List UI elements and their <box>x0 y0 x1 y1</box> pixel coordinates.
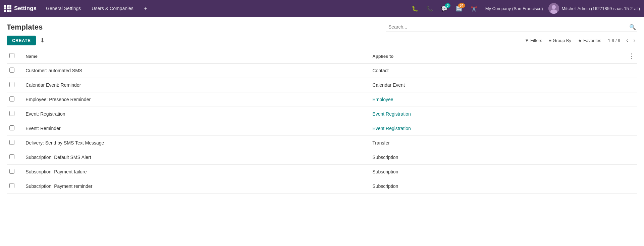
filters-button[interactable]: ▼ Filters <box>522 37 545 44</box>
row-checkbox[interactable] <box>9 169 14 174</box>
user-avatar[interactable] <box>548 3 559 14</box>
row-name: Employee: Presence Reminder <box>23 92 370 107</box>
table-container: Name Applies to ⋮ Customer: automated SM… <box>0 49 644 194</box>
toolbar-right: ▼ Filters ≡ Group By ★ Favorites 1-9 / 9… <box>522 37 637 44</box>
row-name: Subscription: Default SMS Alert <box>23 150 370 165</box>
company-info: My Company (San Francisco) <box>483 6 546 11</box>
row-checkbox[interactable] <box>9 154 14 159</box>
nav-users-companies[interactable]: Users & Companies <box>88 4 138 13</box>
row-checkbox[interactable] <box>9 68 14 73</box>
row-checkbox[interactable] <box>9 183 14 188</box>
next-page-button[interactable]: › <box>632 37 637 44</box>
row-applies-to: Event Registration <box>370 121 622 136</box>
brand[interactable]: Settings <box>4 5 37 12</box>
svg-point-1 <box>552 5 556 9</box>
row-applies-to: Subscription <box>370 150 622 165</box>
phone-icon-btn[interactable]: 📞 <box>424 4 436 13</box>
star-icon: ★ <box>578 38 582 43</box>
table-row[interactable]: Subscription: Payment reminderSubscripti… <box>7 179 637 194</box>
prev-page-button[interactable]: ‹ <box>624 37 630 44</box>
group-by-button[interactable]: ≡ Group By <box>546 37 574 44</box>
row-checkbox[interactable] <box>9 125 14 130</box>
col-header-applies[interactable]: Applies to <box>370 49 622 64</box>
row-applies-to: Employee <box>370 92 622 107</box>
table-row[interactable]: Event: ReminderEvent Registration <box>7 121 637 136</box>
row-checkbox[interactable] <box>9 96 14 101</box>
row-applies-to: Subscription <box>370 179 622 194</box>
create-button[interactable]: CREATE <box>7 36 36 45</box>
apps-icon <box>4 5 11 12</box>
row-checkbox[interactable] <box>9 82 14 87</box>
row-name: Event: Reminder <box>23 121 370 136</box>
col-header-name[interactable]: Name <box>23 49 370 64</box>
row-name: Event: Registration <box>23 107 370 121</box>
nav-add[interactable]: + <box>140 4 151 13</box>
pagination-info: 1-9 / 9 <box>605 38 623 43</box>
table-row[interactable]: Delivery: Send by SMS Text MessageTransf… <box>7 136 637 150</box>
chat-badge: 3 <box>445 3 450 8</box>
page-title: Templates <box>7 23 43 32</box>
toolbar: CREATE ⬇ ▼ Filters ≡ Group By ★ Favorite… <box>0 32 644 49</box>
row-checkbox[interactable] <box>9 140 14 145</box>
table-row[interactable]: Event: RegistrationEvent Registration <box>7 107 637 121</box>
page-header: Templates 🔍 <box>0 17 644 32</box>
table-row[interactable]: Subscription: Default SMS AlertSubscript… <box>7 150 637 165</box>
nav-general-settings[interactable]: General Settings <box>42 4 85 13</box>
search-input[interactable] <box>387 24 629 30</box>
row-name: Customer: automated SMS <box>23 64 370 78</box>
table-row[interactable]: Subscription: Payment failureSubscriptio… <box>7 165 637 179</box>
row-applies-to: Event Registration <box>370 107 622 121</box>
activity-badge: 34 <box>458 3 465 8</box>
row-applies-to: Subscription <box>370 165 622 179</box>
main-content: Templates 🔍 CREATE ⬇ ▼ Filters ≡ Group B… <box>0 17 644 246</box>
user-info: Mitchell Admin (16271859-saas-15-2-all) <box>562 6 640 11</box>
column-options-icon[interactable]: ⋮ <box>629 53 635 59</box>
debug-icon-btn[interactable]: 🐛 <box>409 4 421 13</box>
activity-icon-btn[interactable]: 🔄 34 <box>453 4 465 13</box>
download-icon-btn[interactable]: ⬇ <box>37 35 48 45</box>
table-row[interactable]: Customer: automated SMSContact <box>7 64 637 78</box>
table-row[interactable]: Calendar Event: ReminderCalendar Event <box>7 78 637 92</box>
filter-icon: ▼ <box>525 38 529 43</box>
row-applies-to: Transfer <box>370 136 622 150</box>
select-all-checkbox[interactable] <box>9 53 14 58</box>
navbar: Settings General Settings Users & Compan… <box>0 0 644 17</box>
row-applies-to: Contact <box>370 64 622 78</box>
chat-icon-btn[interactable]: 💬 3 <box>438 4 450 13</box>
search-icon[interactable]: 🔍 <box>629 24 636 30</box>
row-name: Subscription: Payment failure <box>23 165 370 179</box>
row-applies-to: Calendar Event <box>370 78 622 92</box>
row-name: Delivery: Send by SMS Text Message <box>23 136 370 150</box>
table-row[interactable]: Employee: Presence ReminderEmployee <box>7 92 637 107</box>
row-name: Subscription: Payment reminder <box>23 179 370 194</box>
row-name: Calendar Event: Reminder <box>23 78 370 92</box>
brand-label: Settings <box>14 5 37 12</box>
templates-table: Name Applies to ⋮ Customer: automated SM… <box>7 49 637 194</box>
wrench-icon-btn[interactable]: ✂️ <box>468 4 480 13</box>
row-checkbox[interactable] <box>9 111 14 116</box>
group-icon: ≡ <box>549 38 552 43</box>
favorites-button[interactable]: ★ Favorites <box>575 37 604 44</box>
search-box: 🔍 <box>386 22 637 32</box>
